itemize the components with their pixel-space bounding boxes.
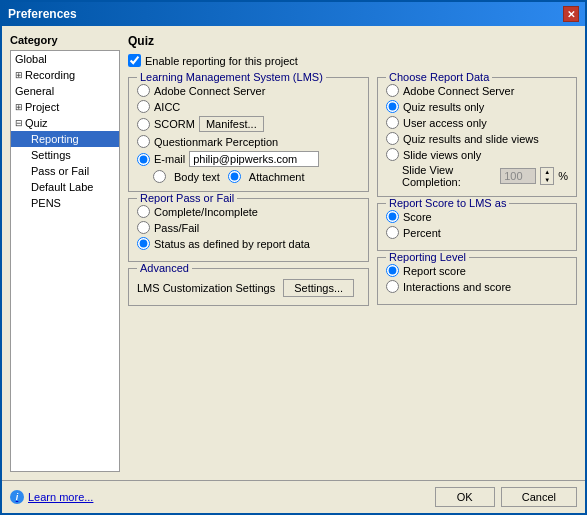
category-tree: Global ⊞ Recording General ⊞ Project ⊟ Q… — [10, 50, 120, 472]
cr-slide-views-row: Slide views only — [386, 148, 568, 161]
sidebar-item-pens[interactable]: PENS — [11, 195, 119, 211]
cr-quiz-results-label[interactable]: Quiz results only — [403, 101, 484, 113]
spinner-controls: ▲ ▼ — [540, 167, 554, 185]
cr-slide-views-label[interactable]: Slide views only — [403, 149, 481, 161]
body-text-radio[interactable] — [153, 170, 166, 183]
rs-score-label[interactable]: Score — [403, 211, 432, 223]
email-input[interactable] — [189, 151, 319, 167]
rl-report-score-row: Report score — [386, 264, 568, 277]
advanced-title: Advanced — [137, 262, 192, 274]
pass-or-fail-label: Pass or Fail — [31, 165, 89, 177]
sidebar-item-quiz[interactable]: ⊟ Quiz — [11, 115, 119, 131]
report-pass-fail-group: Report Pass or Fail Complete/Incomplete … — [128, 198, 369, 262]
global-label: Global — [15, 53, 47, 65]
attachment-label[interactable]: Attachment — [249, 171, 305, 183]
body-text-label[interactable]: Body text — [174, 171, 220, 183]
choose-report-group: Choose Report Data Adobe Connect Server … — [377, 77, 577, 197]
rl-report-score-radio[interactable] — [386, 264, 399, 277]
sidebar-item-reporting[interactable]: Reporting — [11, 131, 119, 147]
pass-fail-radio[interactable] — [137, 221, 150, 234]
main-panel: Quiz Enable reporting for this project L… — [128, 34, 577, 472]
settings-button[interactable]: Settings... — [283, 279, 354, 297]
rs-score-radio[interactable] — [386, 210, 399, 223]
right-panels: Choose Report Data Adobe Connect Server … — [377, 77, 577, 472]
rs-percent-radio[interactable] — [386, 226, 399, 239]
cr-quiz-results-row: Quiz results only — [386, 100, 568, 113]
project-expand-icon: ⊞ — [15, 102, 23, 112]
lms-aicc-radio[interactable] — [137, 100, 150, 113]
complete-incomplete-row: Complete/Incomplete — [137, 205, 360, 218]
slide-completion-unit: % — [558, 170, 568, 182]
reporting-level-group: Reporting Level Report score Interaction… — [377, 257, 577, 305]
attachment-radio[interactable] — [228, 170, 241, 183]
rs-percent-row: Percent — [386, 226, 568, 239]
sidebar-item-recording[interactable]: ⊞ Recording — [11, 67, 119, 83]
sidebar-item-general[interactable]: General — [11, 83, 119, 99]
rl-interactions-radio[interactable] — [386, 280, 399, 293]
section-header: Quiz — [128, 34, 577, 48]
lms-aicc-label[interactable]: AICC — [154, 101, 180, 113]
lms-email-radio[interactable] — [137, 153, 150, 166]
report-score-title: Report Score to LMS as — [386, 197, 509, 209]
sidebar-item-default-label[interactable]: Default Labe — [11, 179, 119, 195]
complete-incomplete-radio[interactable] — [137, 205, 150, 218]
lms-qm-label[interactable]: Questionmark Perception — [154, 136, 278, 148]
ok-button[interactable]: OK — [435, 487, 495, 507]
info-icon: i — [10, 490, 24, 504]
rl-report-score-label[interactable]: Report score — [403, 265, 466, 277]
cr-user-access-radio[interactable] — [386, 116, 399, 129]
enable-reporting-checkbox[interactable] — [128, 54, 141, 67]
lms-aicc-row: AICC — [137, 100, 360, 113]
close-button[interactable]: ✕ — [563, 6, 579, 22]
cancel-button[interactable]: Cancel — [501, 487, 577, 507]
lms-adobe-label[interactable]: Adobe Connect Server — [154, 85, 265, 97]
sidebar-item-global[interactable]: Global — [11, 51, 119, 67]
cr-quiz-results-radio[interactable] — [386, 100, 399, 113]
cr-adobe-radio[interactable] — [386, 84, 399, 97]
rs-score-row: Score — [386, 210, 568, 223]
lms-email-row: E-mail — [137, 151, 360, 167]
cr-quiz-slides-label[interactable]: Quiz results and slide views — [403, 133, 539, 145]
cr-quiz-slides-row: Quiz results and slide views — [386, 132, 568, 145]
lms-email-label[interactable]: E-mail — [154, 153, 185, 165]
recording-expand-icon: ⊞ — [15, 70, 23, 80]
spinner-down-button[interactable]: ▼ — [541, 176, 553, 184]
rl-interactions-label[interactable]: Interactions and score — [403, 281, 511, 293]
cr-user-access-label[interactable]: User access only — [403, 117, 487, 129]
complete-incomplete-label[interactable]: Complete/Incomplete — [154, 206, 258, 218]
window-title: Preferences — [8, 7, 77, 21]
project-label: Project — [25, 101, 59, 113]
enable-reporting-label[interactable]: Enable reporting for this project — [145, 55, 298, 67]
lms-qm-row: Questionmark Perception — [137, 135, 360, 148]
learn-more-link[interactable]: i Learn more... — [10, 490, 93, 504]
cr-slide-views-radio[interactable] — [386, 148, 399, 161]
lms-adobe-radio[interactable] — [137, 84, 150, 97]
quiz-label: Quiz — [25, 117, 48, 129]
body-attachment-row: Body text Attachment — [153, 170, 360, 183]
lms-group: Learning Management System (LMS) Adobe C… — [128, 77, 369, 192]
settings-label: Settings — [31, 149, 71, 161]
cr-quiz-slides-radio[interactable] — [386, 132, 399, 145]
lms-scorm-radio[interactable] — [137, 118, 150, 131]
status-defined-radio[interactable] — [137, 237, 150, 250]
general-label: General — [15, 85, 54, 97]
lms-group-title: Learning Management System (LMS) — [137, 71, 326, 83]
sidebar-item-settings[interactable]: Settings — [11, 147, 119, 163]
footer-buttons: OK Cancel — [435, 487, 577, 507]
sidebar-item-project[interactable]: ⊞ Project — [11, 99, 119, 115]
pass-fail-label[interactable]: Pass/Fail — [154, 222, 199, 234]
status-defined-row: Status as defined by report data — [137, 237, 360, 250]
panels-row: Learning Management System (LMS) Adobe C… — [128, 77, 577, 472]
lms-scorm-label[interactable]: SCORM — [154, 118, 195, 130]
lms-qm-radio[interactable] — [137, 135, 150, 148]
cr-adobe-row: Adobe Connect Server — [386, 84, 568, 97]
rs-percent-label[interactable]: Percent — [403, 227, 441, 239]
slide-completion-row: Slide View Completion: ▲ ▼ % — [402, 164, 568, 188]
cr-adobe-label[interactable]: Adobe Connect Server — [403, 85, 514, 97]
status-defined-label[interactable]: Status as defined by report data — [154, 238, 310, 250]
sidebar-item-pass-or-fail[interactable]: Pass or Fail — [11, 163, 119, 179]
main-content: Category Global ⊞ Recording General ⊞ Pr… — [2, 26, 585, 480]
spinner-up-button[interactable]: ▲ — [541, 168, 553, 176]
manifest-button[interactable]: Manifest... — [199, 116, 264, 132]
advanced-row: LMS Customization Settings Settings... — [137, 279, 360, 297]
